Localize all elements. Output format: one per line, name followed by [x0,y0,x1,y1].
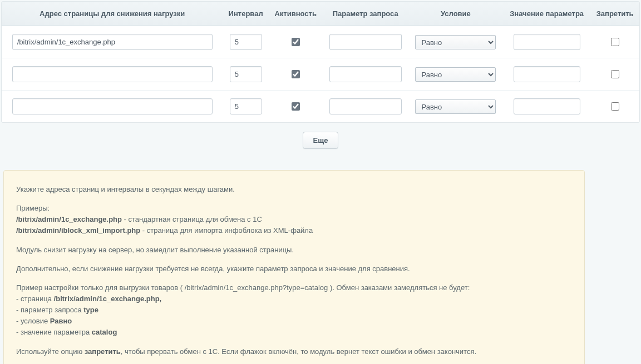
forbid-checkbox[interactable] [611,70,619,78]
note-examples-label: Примеры: [16,204,50,212]
header-interval: Интервал [223,2,268,26]
note-ex2-path: /bitrix/admin/iblock_xml_import.php [16,226,140,235]
settings-table: Адрес страницы для снижения нагрузки Инт… [1,1,640,123]
note-li-val-prefix: - значение параметра [16,328,92,336]
note-intro: Укажите адреса страниц и интервалы в сек… [16,184,572,195]
note-examples: Примеры: /bitrix/admin/1c_exchange.php -… [16,203,572,236]
note-li-val-bold: catalog [92,328,117,336]
address-input[interactable] [12,66,213,82]
address-input[interactable] [12,34,213,50]
table-header-row: Адрес страницы для снижения нагрузки Инт… [2,2,639,26]
note-li-cond-prefix: - условие [16,317,50,325]
header-active: Активность [269,2,323,26]
table-row: Равно [2,58,639,91]
note-forbid-bold: запретить [85,347,121,356]
note-li-page-bold: /bitrix/admin/1c_exchange.php, [54,295,162,303]
note-li-param-prefix: - параметр запроса [16,306,83,314]
note-example-setup-text: Пример настройки только для выгрузки тов… [16,283,470,292]
active-checkbox[interactable] [292,38,300,46]
header-value: Значение параметра [503,2,590,26]
condition-select[interactable]: Равно [415,67,496,82]
note-li-param-bold: type [83,306,98,314]
help-note: Укажите адреса страниц и интервалы в сек… [3,170,585,364]
value-input[interactable] [514,34,580,50]
note-ex2-desc: - страница для импорта инфоблока из XML-… [140,226,313,235]
value-input[interactable] [514,66,580,82]
note-ex1-desc: - стандартная страница для обмена с 1С [122,215,262,223]
condition-select[interactable]: Равно [415,35,496,49]
note-forbid-suffix: , чтобы прервать обмен с 1С. Если флажок… [121,347,476,356]
interval-input[interactable] [230,34,262,50]
interval-input[interactable] [230,66,262,82]
value-input[interactable] [514,98,580,114]
note-li-cond-bold: Равно [50,317,72,325]
address-input[interactable] [12,98,213,114]
header-forbid: Запретить [590,2,639,26]
note-forbid-prefix: Используйте опцию [16,347,85,356]
more-button[interactable]: Еще [303,132,339,149]
param-input[interactable] [329,66,402,82]
note-forbid: Используйте опцию запретить, чтобы прерв… [16,346,572,357]
note-ex1-path: /bitrix/admin/1c_exchange.php [16,215,122,223]
condition-select[interactable]: Равно [415,99,496,114]
header-condition: Условие [408,2,503,26]
forbid-checkbox[interactable] [611,102,619,111]
table-row: Равно [2,26,639,58]
active-checkbox[interactable] [292,70,300,78]
note-effect: Модуль снизит нагрузку на сервер, но зам… [16,245,572,256]
table-row: Равно [2,91,639,123]
note-li-page-prefix: - страница [16,295,54,303]
header-param: Параметр запроса [323,2,408,26]
interval-input[interactable] [230,98,262,114]
note-example-setup: Пример настройки только для выгрузки тов… [16,282,572,338]
param-input[interactable] [329,98,402,114]
param-input[interactable] [329,34,402,50]
forbid-checkbox[interactable] [611,38,619,46]
note-additional: Дополнительно, если снижение нагрузки тр… [16,263,572,275]
active-checkbox[interactable] [292,102,300,111]
header-address: Адрес страницы для снижения нагрузки [2,2,223,26]
